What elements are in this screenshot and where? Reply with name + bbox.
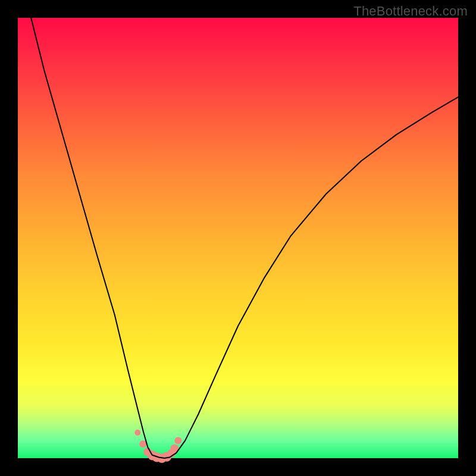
chart-overlay (0, 0, 476, 476)
watermark-text: TheBottleneck.com (353, 4, 468, 19)
curve-marker (174, 437, 181, 444)
curve-marker (139, 440, 146, 447)
curve-marker (134, 430, 140, 436)
curve-markers (134, 430, 181, 463)
bottleneck-curve (31, 18, 458, 458)
